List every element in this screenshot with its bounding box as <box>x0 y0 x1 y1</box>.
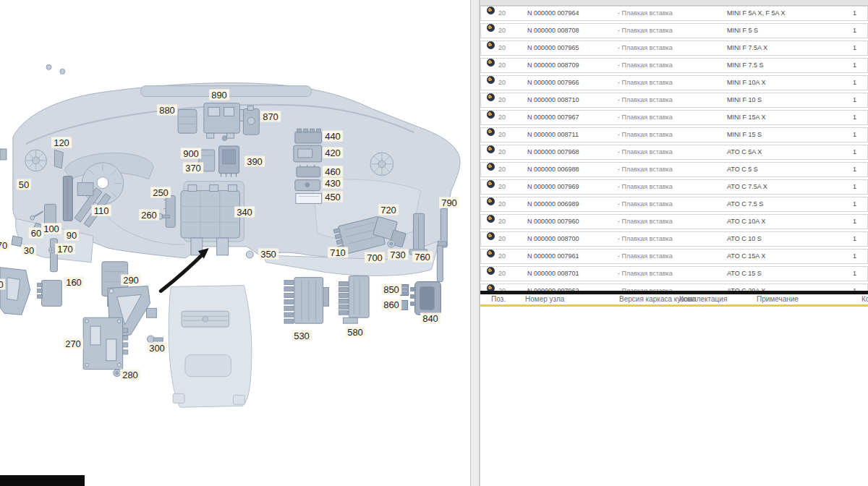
table-row[interactable]: 20N 000000 008711- Плавкая вставкаMINI F… <box>480 127 868 142</box>
part-890[interactable] <box>204 103 246 138</box>
callout-label-790[interactable]: 790 <box>439 197 459 208</box>
part-info-icon[interactable] <box>487 197 495 205</box>
cell-part-number[interactable]: N 000000 007969 <box>527 180 579 194</box>
callout-label-870[interactable]: 870 <box>260 111 281 122</box>
part-460[interactable] <box>297 165 320 177</box>
part-info-icon[interactable] <box>487 250 495 257</box>
callout-label-110[interactable]: 110 <box>92 205 111 216</box>
table-row[interactable]: 20N 000000 008700- Плавкая вставкаATO C … <box>480 231 868 247</box>
table-row[interactable]: 20N 000000 007966- Плавкая вставкаMINI F… <box>480 75 868 90</box>
callout-label-760[interactable]: 760 <box>412 252 433 263</box>
callout-label-460[interactable]: 460 <box>323 166 343 177</box>
table-row[interactable]: 20N 000000 007965- Плавкая вставкаMINI F… <box>480 40 868 56</box>
part-70[interactable] <box>12 236 22 247</box>
part-390[interactable] <box>219 146 239 177</box>
part-730[interactable] <box>388 240 395 247</box>
part-info-icon[interactable] <box>487 111 495 119</box>
part-info-icon[interactable] <box>487 180 495 188</box>
part-left-bracket[interactable] <box>0 268 30 315</box>
callout-label-120[interactable]: 120 <box>51 137 72 148</box>
part-170[interactable] <box>48 247 54 253</box>
callout-label-100[interactable]: 100 <box>41 223 61 234</box>
cell-part-number[interactable]: N 000000 007967 <box>527 111 579 124</box>
table-row[interactable]: 20N 000000 006988- Плавкая вставкаATO C … <box>480 162 868 177</box>
callout-label-250[interactable]: 250 <box>150 187 171 198</box>
part-860[interactable] <box>401 300 408 310</box>
callout-label-730[interactable]: 730 <box>388 250 408 260</box>
callout-label-580[interactable]: 580 <box>345 327 365 338</box>
callout-label-280[interactable]: 280 <box>120 370 140 380</box>
callout-label-890[interactable]: 890 <box>209 90 229 101</box>
table-row[interactable]: 20N 000000 007964- Плавкая вставкаMINI F… <box>480 6 868 21</box>
callout-label-0[interactable]: 0 <box>0 279 6 290</box>
table-row[interactable]: 20N 000000 008710- Плавкая вставкаMINI F… <box>480 93 868 108</box>
callout-label-880[interactable]: 880 <box>157 105 177 116</box>
callout-label-390[interactable]: 390 <box>244 156 265 167</box>
callout-label-420[interactable]: 420 <box>323 148 343 158</box>
table-row[interactable]: 20N 000000 007960- Плавкая вставкаATO C … <box>480 214 868 229</box>
callout-label-440[interactable]: 440 <box>323 131 343 142</box>
table-row[interactable]: 20N 000000 006989- Плавкая вставкаATO C … <box>480 197 868 212</box>
table-row[interactable]: 20N 000000 007969- Плавкая вставкаATO C … <box>480 179 868 195</box>
callout-label-710[interactable]: 710 <box>328 247 348 258</box>
table-row[interactable]: 20N 000000 007961- Плавкая вставкаATO C … <box>480 249 868 264</box>
callout-label-260[interactable]: 260 <box>139 210 159 221</box>
part-850[interactable] <box>401 285 409 296</box>
part-info-icon[interactable] <box>487 24 495 32</box>
part-300[interactable] <box>147 336 163 343</box>
part-info-icon[interactable] <box>487 59 495 67</box>
callout-label-430[interactable]: 430 <box>323 178 343 189</box>
part-420[interactable] <box>294 145 322 162</box>
part-info-icon[interactable] <box>487 145 495 153</box>
table-row[interactable]: 20N 000000 008708- Плавкая вставкаMINI F… <box>480 23 868 38</box>
part-info-icon[interactable] <box>487 215 495 223</box>
callout-label-270[interactable]: 270 <box>63 338 83 349</box>
callout-label-340[interactable]: 340 <box>234 207 255 218</box>
callout-label-530[interactable]: 530 <box>292 331 312 341</box>
cell-part-number[interactable]: N 000000 006989 <box>527 197 579 211</box>
callout-label-720[interactable]: 720 <box>378 205 399 216</box>
callout-label-840[interactable]: 840 <box>420 313 441 324</box>
cell-part-number[interactable]: N 000000 007964 <box>527 7 579 20</box>
callout-label-350[interactable]: 350 <box>258 249 278 260</box>
part-50[interactable] <box>63 176 72 221</box>
callout-label-30[interactable]: 30 <box>22 245 36 256</box>
part-440[interactable] <box>295 129 322 143</box>
cell-part-number[interactable]: N 000000 007966 <box>527 76 579 90</box>
part-info-icon[interactable] <box>487 93 495 101</box>
part-870[interactable] <box>243 106 259 135</box>
part-430[interactable] <box>295 180 320 191</box>
part-450[interactable] <box>296 194 322 204</box>
part-530[interactable] <box>284 278 329 324</box>
part-info-icon[interactable] <box>487 76 495 84</box>
cell-part-number[interactable]: N 000000 007965 <box>527 41 579 55</box>
part-info-icon[interactable] <box>487 232 495 240</box>
part-left-module[interactable] <box>38 281 62 307</box>
callout-label-850[interactable]: 850 <box>381 284 401 295</box>
cell-part-number[interactable]: N 000000 007968 <box>527 145 579 159</box>
part-350[interactable] <box>246 251 253 258</box>
table-row[interactable]: 20N 000000 007968- Плавкая вставкаATO C … <box>480 145 868 160</box>
cell-part-number[interactable]: N 000000 008709 <box>527 59 579 72</box>
part-info-icon[interactable] <box>487 267 495 275</box>
cell-part-number[interactable]: N 000000 008710 <box>527 93 579 107</box>
callout-label-90[interactable]: 90 <box>64 230 79 241</box>
part-120[interactable] <box>54 150 63 169</box>
callout-label-50[interactable]: 50 <box>17 179 31 190</box>
part-info-icon[interactable] <box>487 7 495 14</box>
callout-label-290[interactable]: 290 <box>121 275 141 286</box>
callout-label-70[interactable]: 70 <box>0 240 9 251</box>
cell-part-number[interactable]: N 000000 007961 <box>527 250 579 263</box>
callout-label-370[interactable]: 370 <box>183 163 203 174</box>
cell-part-number[interactable]: N 000000 006988 <box>527 163 579 176</box>
part-580[interactable] <box>339 276 369 323</box>
callout-label-300[interactable]: 300 <box>147 343 167 354</box>
part-270[interactable] <box>83 317 128 369</box>
part-info-icon[interactable] <box>487 128 495 136</box>
part-880[interactable] <box>178 109 197 133</box>
cell-part-number[interactable]: N 000000 008711 <box>527 128 579 142</box>
part-840[interactable] <box>411 282 441 315</box>
cell-part-number[interactable]: N 000000 008700 <box>527 232 579 246</box>
callout-label-700[interactable]: 700 <box>365 252 385 263</box>
table-row[interactable]: 20N 000000 007967- Плавкая вставкаMINI F… <box>480 110 868 125</box>
